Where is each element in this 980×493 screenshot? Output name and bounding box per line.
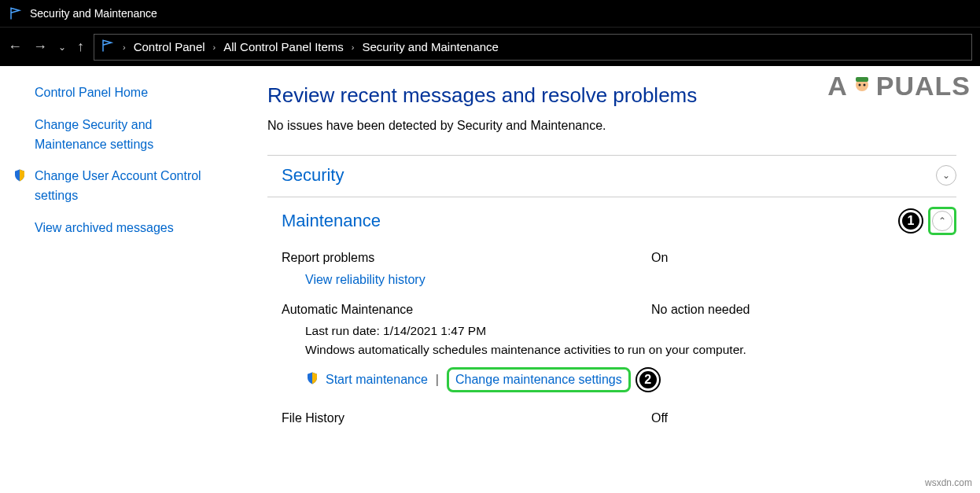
sidebar-link-uac[interactable]: Change User Account Control settings <box>35 167 220 206</box>
title-bar: Security and Maintenance <box>0 0 980 27</box>
nav-bar: ← → ⌄ ↑ › Control Panel › All Control Pa… <box>0 27 980 66</box>
annotation-highlight-1: ⌃ <box>928 207 956 235</box>
link-start-maintenance[interactable]: Start maintenance <box>326 373 428 387</box>
breadcrumb-item[interactable]: Control Panel <box>134 40 205 53</box>
sidebar-item-label: View archived messages <box>35 221 174 234</box>
content-area: Control Panel Home Change Security and M… <box>0 66 980 493</box>
chevron-right-icon[interactable]: › <box>213 42 216 52</box>
sidebar-item-label: Control Panel Home <box>35 86 148 99</box>
recent-dropdown-icon[interactable]: ⌄ <box>58 42 66 53</box>
main-panel: Review recent messages and resolve probl… <box>236 66 980 493</box>
address-bar[interactable]: › Control Panel › All Control Panel Item… <box>94 34 972 61</box>
separator: | <box>436 373 439 387</box>
row-file-history: File History Off <box>282 407 956 430</box>
auto-desc-text: Windows automatically schedules maintena… <box>282 340 956 359</box>
row-auto-maintenance: Automatic Maintenance No action needed <box>282 298 956 322</box>
window-title: Security and Maintenance <box>30 7 157 20</box>
sidebar-item-label: Change User Account Control settings <box>35 169 201 202</box>
link-reliability-history[interactable]: View reliability history <box>282 273 426 287</box>
last-run-text: Last run date: 1/14/2021 1:47 PM <box>282 322 956 340</box>
page-heading: Review recent messages and resolve probl… <box>267 83 956 108</box>
maintenance-actions: Start maintenance | Change maintenance s… <box>282 367 956 392</box>
section-title: Security <box>282 165 344 186</box>
annotation-badge-1: 1 <box>900 210 922 232</box>
row-value: Off <box>651 411 956 425</box>
status-message: No issues have been detected by Security… <box>267 119 956 133</box>
row-value: No action needed <box>651 303 956 317</box>
sidebar-link-change-security[interactable]: Change Security and Maintenance settings <box>35 116 220 155</box>
row-label: File History <box>282 411 651 425</box>
maintenance-body: Report problems On View reliability hist… <box>267 241 956 435</box>
row-report-problems: Report problems On <box>282 246 956 270</box>
forward-icon[interactable]: → <box>33 39 47 55</box>
shield-icon <box>305 371 319 388</box>
sidebar-item-label: Change Security and Maintenance settings <box>35 118 153 151</box>
breadcrumb-item[interactable]: All Control Panel Items <box>223 40 344 53</box>
up-icon[interactable]: ↑ <box>77 39 84 55</box>
shield-icon <box>13 168 27 189</box>
flag-icon <box>8 6 24 21</box>
chevron-right-icon[interactable]: › <box>352 42 355 52</box>
chevron-right-icon[interactable]: › <box>123 42 126 52</box>
chevron-up-icon[interactable]: ⌃ <box>932 211 952 231</box>
row-label: Report problems <box>282 251 651 265</box>
link-change-maintenance-settings[interactable]: Change maintenance settings <box>455 373 622 386</box>
nav-arrows: ← → ⌄ ↑ <box>8 39 84 55</box>
row-value: On <box>651 251 956 265</box>
footer-source: wsxdn.com <box>925 477 972 488</box>
breadcrumb-item[interactable]: Security and Maintenance <box>362 40 498 53</box>
sidebar-link-archived[interactable]: View archived messages <box>35 219 220 238</box>
annotation-highlight-2: Change maintenance settings <box>447 367 631 392</box>
section-maintenance[interactable]: Maintenance 1 ⌃ <box>267 197 956 241</box>
section-security[interactable]: Security ⌄ <box>267 155 956 192</box>
sidebar: Control Panel Home Change Security and M… <box>0 66 236 493</box>
row-label: Automatic Maintenance <box>282 303 651 317</box>
annotation-badge-2: 2 <box>637 369 659 391</box>
sidebar-link-home[interactable]: Control Panel Home <box>35 83 220 103</box>
flag-icon <box>101 39 115 55</box>
back-icon[interactable]: ← <box>8 39 22 55</box>
section-title: Maintenance <box>282 211 381 231</box>
chevron-down-icon[interactable]: ⌄ <box>936 165 956 186</box>
